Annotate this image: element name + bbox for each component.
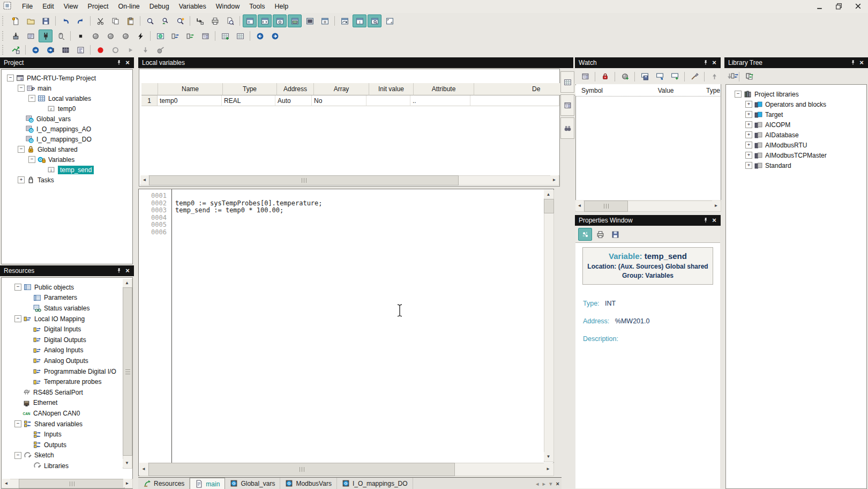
undo-button[interactable] bbox=[58, 14, 72, 27]
tree-item-aidatabase[interactable]: +AIDatabase bbox=[726, 130, 866, 140]
menu-tools[interactable]: Tools bbox=[244, 1, 270, 12]
tree-item-project-libraries[interactable]: −Project libraries bbox=[726, 89, 866, 99]
expand-icon[interactable]: + bbox=[745, 142, 752, 149]
tree-item-inputs[interactable]: Inputs bbox=[2, 429, 132, 440]
import-objects-button[interactable] bbox=[168, 29, 182, 42]
resources-vscroll-thumb[interactable] bbox=[123, 287, 132, 456]
save-project-button[interactable] bbox=[39, 14, 53, 27]
code-line[interactable]: 0006 bbox=[139, 229, 543, 236]
toggle-project-window-button[interactable] bbox=[243, 14, 257, 27]
scroll-right-button[interactable]: ► bbox=[712, 201, 720, 211]
collapse-icon[interactable]: − bbox=[735, 91, 742, 98]
collapse-icon[interactable]: − bbox=[14, 284, 21, 291]
close-icon[interactable]: × bbox=[710, 58, 719, 67]
webserver-button[interactable] bbox=[153, 29, 167, 42]
step-button[interactable] bbox=[138, 43, 152, 56]
tree-item-main[interactable]: −Pmain bbox=[2, 83, 132, 93]
toggle-pou-window-button[interactable]: I bbox=[353, 14, 366, 27]
minimize-button[interactable] bbox=[813, 1, 825, 11]
halt-button[interactable] bbox=[73, 29, 87, 42]
tab-global-vars[interactable]: GGlobal_vars bbox=[225, 478, 280, 489]
toolbar-drag-handle[interactable] bbox=[2, 16, 5, 26]
toggle-find-window-button[interactable] bbox=[368, 14, 381, 27]
scroll-right-button[interactable]: ► bbox=[544, 463, 552, 475]
collapse-icon[interactable]: − bbox=[18, 85, 25, 92]
restore-button[interactable] bbox=[833, 1, 844, 11]
collapse-icon[interactable]: − bbox=[28, 95, 35, 102]
form-view-button[interactable] bbox=[560, 94, 574, 116]
cut-button[interactable] bbox=[93, 14, 107, 27]
navigate-back-button[interactable] bbox=[253, 29, 267, 42]
tree-item-digital-outputs[interactable]: Digital Outputs bbox=[2, 335, 132, 345]
tree-item-sketch[interactable]: −Sketch bbox=[2, 450, 132, 461]
insert-record-button[interactable] bbox=[193, 14, 207, 27]
menu-help[interactable]: Help bbox=[270, 1, 293, 12]
tree-item-shared-variables[interactable]: −Shared variables bbox=[2, 419, 132, 429]
collapse-icon[interactable]: − bbox=[14, 420, 21, 427]
pin-icon[interactable] bbox=[115, 58, 123, 67]
toggle-options-window-button[interactable] bbox=[318, 14, 332, 27]
scroll-up-button[interactable]: ▲ bbox=[123, 279, 131, 287]
tree-item-standard[interactable]: +Standard bbox=[726, 160, 866, 171]
navigate-forward-button[interactable] bbox=[268, 29, 282, 42]
tree-item-parameters[interactable]: Parameters bbox=[2, 293, 132, 303]
compile-button[interactable] bbox=[88, 29, 102, 42]
recompile-button[interactable] bbox=[103, 29, 117, 42]
collapse-icon[interactable]: − bbox=[18, 146, 25, 153]
print-properties-button[interactable] bbox=[593, 228, 607, 241]
connect-button[interactable] bbox=[39, 29, 53, 42]
column-header-Init value[interactable]: Init value bbox=[369, 83, 414, 95]
trigger-list-button[interactable] bbox=[73, 43, 87, 56]
grid-mode-button[interactable] bbox=[233, 29, 247, 42]
grid-view-button[interactable] bbox=[560, 71, 574, 93]
toggle-fullscreen-button[interactable] bbox=[383, 14, 396, 27]
column-header-row-number[interactable] bbox=[141, 83, 158, 95]
tree-item-rs485-serialport[interactable]: RS485 SerialPort bbox=[2, 387, 132, 398]
tree-item-tasks[interactable]: +Tasks bbox=[2, 175, 132, 185]
menu-variables[interactable]: Variables bbox=[174, 1, 211, 12]
record-symbol-button[interactable] bbox=[598, 70, 612, 83]
insert-row-button[interactable] bbox=[218, 29, 232, 42]
print-preview-button[interactable] bbox=[223, 14, 237, 27]
code-line[interactable]: 0004 bbox=[139, 214, 543, 222]
toolbar-drag-handle[interactable] bbox=[2, 31, 5, 41]
tree-item-variables[interactable]: −GVariables bbox=[2, 154, 132, 165]
open-project-button[interactable] bbox=[24, 14, 38, 27]
memory-view-button[interactable] bbox=[58, 43, 72, 56]
row-number-cell[interactable]: 1 bbox=[141, 95, 158, 106]
tree-item-libraries[interactable]: Libraries bbox=[2, 461, 132, 471]
code-editor[interactable]: 00010002temp0 := sysTempProbes[0].temper… bbox=[138, 189, 554, 476]
close-icon[interactable]: × bbox=[857, 58, 866, 67]
stop-recording-button[interactable] bbox=[108, 43, 122, 56]
toggle-oscilloscope-window-button[interactable] bbox=[303, 14, 317, 27]
play-button[interactable] bbox=[123, 43, 137, 56]
collapse-icon[interactable]: − bbox=[14, 452, 21, 459]
tree-item-aimodbusrtu[interactable]: +AIModbusRTU bbox=[726, 140, 866, 150]
add-symbol-button[interactable] bbox=[618, 70, 632, 83]
resources-hscroll-thumb[interactable] bbox=[19, 479, 125, 488]
collapse-icon[interactable]: − bbox=[14, 315, 21, 322]
download-code-button[interactable] bbox=[54, 29, 68, 42]
toggle-watch-window-button[interactable] bbox=[273, 14, 287, 27]
table-cell[interactable]: Auto bbox=[275, 95, 312, 106]
tree-item-analog-inputs[interactable]: Analog Inputs bbox=[2, 345, 132, 356]
tree-item-i-o-mappings-ao[interactable]: GI_O_mappings_AO bbox=[2, 124, 132, 134]
editor-vscroll-thumb[interactable] bbox=[544, 199, 554, 213]
tree-item-global-vars[interactable]: GGlobal_vars bbox=[2, 114, 132, 124]
code-line[interactable]: 0002temp0 := sysTempProbes[0].temperatur… bbox=[139, 200, 543, 208]
toggle-operator-window-button[interactable] bbox=[288, 14, 302, 27]
compile-all-button[interactable] bbox=[118, 29, 132, 42]
refresh-properties-button[interactable] bbox=[578, 228, 592, 241]
tab-modbusvars[interactable]: GModbusVars bbox=[280, 478, 336, 489]
watch-hscroll-thumb[interactable] bbox=[584, 201, 628, 212]
tree-item-pmc-rtu-temp-project[interactable]: −PMC-RTU-Temp Project bbox=[2, 73, 132, 83]
scroll-tabs-left-button[interactable]: ◂ bbox=[536, 480, 539, 487]
scroll-down-button[interactable]: ▼ bbox=[123, 459, 131, 467]
column-header-Array[interactable]: Array bbox=[314, 83, 369, 95]
scroll-right-button[interactable]: ► bbox=[123, 479, 131, 487]
tab-main[interactable]: main bbox=[190, 478, 225, 489]
close-button[interactable] bbox=[852, 1, 864, 11]
append-watch-list-button[interactable] bbox=[668, 70, 682, 83]
menu-on-line[interactable]: On-line bbox=[113, 1, 144, 12]
menu-project[interactable]: Project bbox=[83, 1, 114, 12]
